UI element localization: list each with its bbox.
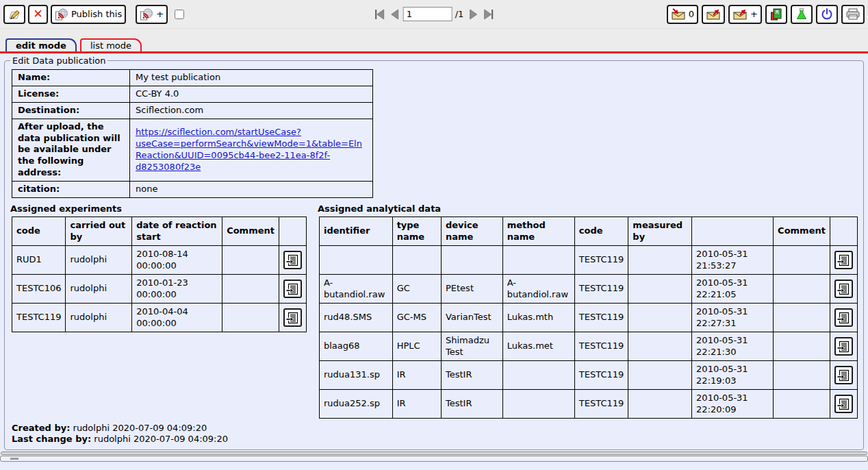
inbox-button[interactable]: 0 [667,5,698,24]
publication-field-label: citation: [12,182,130,198]
page-total-label: /1 [455,9,464,19]
actions-cell [830,275,857,304]
header-row: identifiertype namedevice namemethod nam… [320,217,858,246]
open-record-icon [286,283,298,295]
top-toolbar: ✕ Publish this [0,0,868,29]
scrollbar-mini-thumb[interactable] [10,458,18,460]
open-record-button[interactable] [834,366,853,384]
open-record-button[interactable] [834,308,853,327]
open-record-button[interactable] [834,251,853,269]
open-record-button[interactable] [283,280,302,298]
table-row: rud48.SMSGC-MSVarianTestLukas.mthTESTC11… [320,304,858,332]
cell: 2010-05-31 21:53:27 [692,246,774,275]
publication-field-value: CC-BY 4.0 [130,86,373,102]
cell: IR [392,361,441,390]
inbox-count: 0 [689,9,694,19]
cell [774,304,830,332]
open-record-button[interactable] [834,280,853,298]
cell: 2010-05-31 22:19:03 [692,361,774,390]
cell: TESTC119 [574,275,628,304]
chemicals-button[interactable] [791,5,813,24]
open-record-icon [837,312,850,324]
publish-add-button[interactable]: + [136,5,168,24]
assignments-section: Assigned experiments codecarried out byd… [10,203,858,419]
cell: VarianTest [441,304,502,332]
open-record-button[interactable] [834,395,853,413]
cell: rudua252.sp [320,390,393,419]
column-header: measured by [628,217,692,246]
pagination: /1 [373,7,496,21]
assigned-analytical-table: identifiertype namedevice namemethod nam… [319,217,858,419]
publish-icon [55,8,68,21]
open-record-button[interactable] [283,251,302,269]
printer-icon [845,8,860,21]
delete-button[interactable]: ✕ [28,5,48,24]
cell: rudolphi [66,304,132,332]
last-change-label: Last change by: [12,434,91,444]
open-record-button[interactable] [283,308,302,327]
lab-journal-button[interactable] [765,5,787,24]
actions-column-header [692,217,774,246]
cell: TestIR [441,390,502,419]
publication-field-value: https://sciflection.com/startUseCase?use… [130,119,373,181]
cell: TESTC119 [574,332,628,361]
tab-list-mode[interactable]: list mode [80,38,142,51]
actions-cell [830,390,857,419]
next-page-button[interactable] [466,8,480,21]
publication-row: Name:My test publication [12,70,373,86]
header-row: codecarried out bydate of reaction start… [12,217,307,246]
publication-field-label: Destination: [12,102,130,119]
publication-field-value: My test publication [130,70,373,86]
toolbar-checkbox[interactable] [175,10,184,19]
cell: 2010-04-04 00:00:00 [132,304,222,332]
print-button[interactable] [841,5,865,24]
publication-row: Destination:Sciflection.com [12,102,373,119]
sent-mail-button[interactable] [702,5,725,24]
publish-button-label: Publish this [71,9,122,19]
actions-cell [830,332,857,361]
cell: A-butandiol.raw [502,275,574,304]
last-page-button[interactable] [481,8,495,21]
cell: 2010-05-31 22:21:05 [692,275,774,304]
actions-cell [830,361,857,390]
table-row: blaag68HPLCShimadzu TestLukas.metTESTC11… [320,332,858,361]
logout-button[interactable] [816,5,838,24]
cell: TestIR [441,361,502,390]
edit-button[interactable] [3,5,25,24]
cell: TESTC119 [574,361,628,390]
cell: GC [392,275,441,304]
outgoing-mail-icon [732,8,748,20]
prev-page-button[interactable] [388,8,402,21]
page-number-input[interactable] [403,7,452,21]
cell: TESTC119 [12,304,66,332]
cell: TESTC119 [574,246,628,275]
cell: TESTC119 [574,304,628,332]
tab-edit-mode[interactable]: edit mode [5,38,77,51]
cell: TESTC106 [12,275,66,304]
cell: blaag68 [320,332,393,361]
assigned-analytical-title: Assigned analytical data [318,203,858,214]
cell [628,304,692,332]
first-page-button[interactable] [373,8,387,21]
new-mail-button[interactable]: + [728,5,762,24]
column-header: method name [502,217,574,246]
cell: rudolphi [66,275,132,304]
publish-button[interactable]: Publish this [51,5,126,24]
inbox-mail-icon [671,8,686,20]
horizontal-scrollbar-thumb[interactable] [1,452,867,455]
cell: Lukas.mth [502,304,574,332]
pencil-icon [8,8,21,21]
cell: TESTC119 [574,390,628,419]
lab-journal-icon [769,8,783,21]
cell [441,246,502,275]
outgoing-mail-icon [706,8,721,20]
table-row: rudua252.spIRTestIRTESTC1192010-05-31 22… [320,390,858,419]
open-record-icon [837,398,850,410]
table-row: TESTC119rudolphi2010-04-04 00:00:00 [12,304,307,332]
publication-field-value: none [130,182,373,198]
horizontal-scrollbar-track[interactable] [0,456,868,462]
publication-url-link[interactable]: https://sciflection.com/startUseCase?use… [136,127,362,172]
cell [774,246,830,275]
open-record-button[interactable] [834,337,853,356]
prev-page-icon [389,8,401,21]
